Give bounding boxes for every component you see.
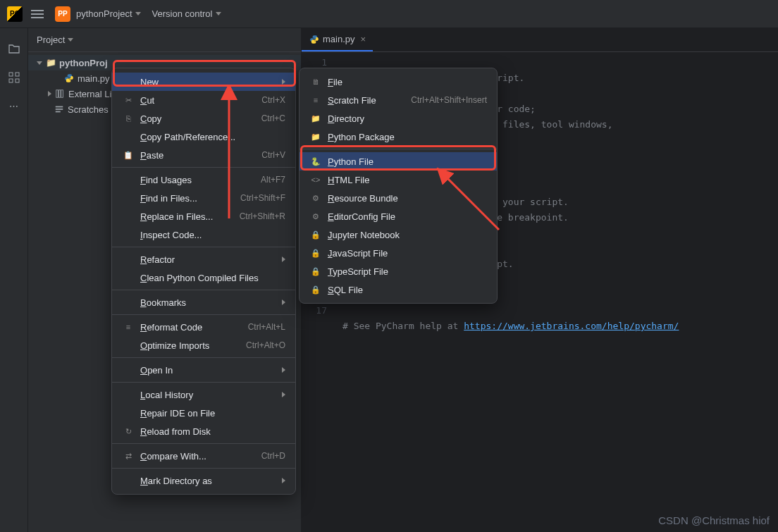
menu-item-label: Copy Path/Reference...	[140, 132, 235, 142]
menu-item[interactable]: 📁Python Package	[300, 128, 497, 146]
shortcut-label: Ctrl+Alt+L	[248, 322, 285, 332]
menu-icon: <>	[309, 175, 322, 184]
menu-icon: ⇄	[122, 452, 135, 461]
python-icon	[309, 34, 320, 45]
menu-item[interactable]: 🗎File	[300, 73, 497, 91]
menu-icon: 📁	[309, 114, 322, 123]
menu-item[interactable]: ⚙EditorConfig File	[300, 207, 497, 225]
menu-icon: 📋	[122, 151, 135, 160]
menu-icon: ⚙	[309, 194, 322, 203]
menu-item[interactable]: Clean Python Compiled Files	[112, 268, 295, 287]
menu-item[interactable]: Bookmarks	[112, 293, 295, 311]
menu-item[interactable]: New	[112, 73, 295, 91]
menu-item-label: Directory	[328, 113, 364, 124]
menu-icon: 📁	[309, 132, 322, 142]
menu-item[interactable]: ⇄Compare With...Ctrl+D	[112, 447, 295, 465]
more-tool-icon[interactable]: ⋯	[6, 97, 23, 114]
menu-item[interactable]: Inspect Code...	[112, 225, 295, 244]
chevron-right-icon	[282, 299, 285, 305]
menu-item-label: Python File	[328, 156, 373, 167]
menu-item[interactable]: Refactor	[112, 250, 295, 268]
menu-item-label: Scratch File	[328, 95, 376, 106]
menu-item[interactable]: 📁Directory	[300, 109, 497, 128]
menu-item-label: JavaScript File	[328, 248, 388, 259]
menu-item-label: TypeScript File	[328, 266, 388, 277]
python-icon	[63, 73, 75, 84]
menu-item[interactable]: Find UsagesAlt+F7	[112, 171, 295, 189]
menu-item[interactable]: ✂CutCtrl+X	[112, 91, 295, 109]
menu-icon: ✂	[122, 96, 135, 105]
menu-item-label: Jupyter Notebook	[328, 230, 400, 240]
menu-item-label: New	[140, 77, 159, 87]
tool-rail: ⋯	[0, 28, 28, 532]
structure-tool-icon[interactable]	[6, 69, 23, 86]
shortcut-label: Ctrl+Alt+Shift+Insert	[411, 95, 487, 105]
menu-item[interactable]: ≡Scratch FileCtrl+Alt+Shift+Insert	[300, 91, 497, 109]
svg-rect-3	[16, 79, 19, 82]
panel-title-label: Project	[37, 35, 65, 45]
menu-item-label: Clean Python Compiled Files	[140, 273, 259, 283]
svg-rect-4	[56, 90, 58, 98]
menu-item[interactable]: ⚙Resource Bundle	[300, 189, 497, 207]
menu-icon: ≡	[309, 96, 322, 104]
shortcut-label: Ctrl+V	[261, 150, 285, 160]
tree-label: Scratches	[68, 104, 109, 115]
menu-icon: ↻	[122, 427, 135, 436]
menu-item-label: Copy	[140, 113, 161, 124]
menu-separator	[112, 382, 295, 383]
menu-item[interactable]: Open In	[112, 361, 295, 379]
menu-item[interactable]: Repair IDE on File	[112, 404, 295, 422]
menu-item[interactable]: 🐍Python File	[300, 152, 497, 171]
tab-label: main.py	[323, 34, 355, 44]
panel-title-dropdown[interactable]: Project	[37, 35, 73, 45]
project-badge: PP	[55, 6, 70, 22]
folder-icon	[45, 57, 56, 68]
menu-item[interactable]: Find in Files...Ctrl+Shift+F	[112, 189, 295, 207]
menu-item-label: Find Usages	[140, 175, 192, 185]
titlebar: PC PP pythonProject Version control	[0, 0, 778, 28]
menu-separator	[112, 290, 295, 290]
menu-item-label: Compare With...	[140, 451, 206, 462]
project-dropdown[interactable]: pythonProject	[76, 8, 141, 19]
main-menu-icon[interactable]	[31, 8, 44, 20]
menu-item-label: Paste	[140, 150, 163, 161]
context-menu-project[interactable]: New✂CutCtrl+X⎘CopyCtrl+CCopy Path/Refere…	[111, 68, 296, 495]
project-tool-icon[interactable]	[6, 41, 23, 58]
menu-separator	[112, 247, 295, 247]
menu-item[interactable]: Optimize ImportsCtrl+Alt+O	[112, 336, 295, 354]
editor-tab-main[interactable]: main.py ×	[302, 28, 373, 51]
menu-item[interactable]: <>HTML File	[300, 171, 497, 189]
menu-item[interactable]: 🔒JavaScript File	[300, 244, 497, 262]
menu-item[interactable]: Local History	[112, 385, 295, 404]
menu-item[interactable]: 🔒TypeScript File	[300, 262, 497, 280]
tree-label: main.py	[78, 73, 110, 84]
menu-item[interactable]: 🔒Jupyter Notebook	[300, 225, 497, 244]
menu-item[interactable]: ⎘CopyCtrl+C	[112, 109, 295, 128]
menu-icon: 🐍	[309, 157, 322, 166]
menu-item-label: Cut	[140, 95, 154, 106]
shortcut-label: Ctrl+Alt+O	[246, 340, 285, 350]
project-name-label: pythonProject	[76, 8, 132, 19]
expander-icon[interactable]	[37, 61, 42, 65]
chevron-right-icon	[282, 367, 285, 373]
menu-item[interactable]: Copy Path/Reference...	[112, 128, 295, 146]
menu-item-label: Find in Files...	[140, 193, 197, 204]
submenu-new[interactable]: 🗎File≡Scratch FileCtrl+Alt+Shift+Insert📁…	[299, 68, 498, 304]
menu-icon: 🗎	[309, 78, 322, 86]
menu-item-label: EditorConfig File	[328, 211, 395, 222]
close-icon[interactable]: ×	[361, 34, 366, 44]
menu-item-label: Optimize Imports	[140, 340, 209, 351]
menu-item[interactable]: Mark Directory as	[112, 471, 295, 490]
shortcut-label: Ctrl+C	[261, 113, 285, 123]
chevron-down-icon	[216, 12, 221, 16]
menu-item-label: Python Package	[328, 132, 395, 142]
shortcut-label: Ctrl+Shift+F	[240, 193, 285, 203]
vcs-dropdown[interactable]: Version control	[152, 8, 221, 19]
menu-item[interactable]: Replace in Files...Ctrl+Shift+R	[112, 207, 295, 225]
menu-item[interactable]: ↻Reload from Disk	[112, 422, 295, 440]
menu-item[interactable]: 📋PasteCtrl+V	[112, 146, 295, 164]
menu-item-label: Inspect Code...	[140, 230, 202, 240]
menu-item[interactable]: ≡Reformat CodeCtrl+Alt+L	[112, 318, 295, 336]
expander-icon[interactable]	[48, 91, 51, 97]
menu-item[interactable]: 🔒SQL File	[300, 280, 497, 299]
